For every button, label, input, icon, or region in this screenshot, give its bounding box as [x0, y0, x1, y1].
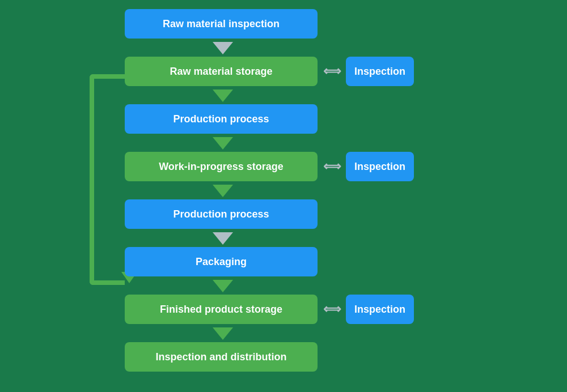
packaging-box: Packaging — [125, 247, 318, 276]
arrow-2 — [213, 90, 233, 102]
inspection-row-1: ⟺ Inspection — [323, 57, 414, 86]
flow-diagram: Raw material inspection Raw material sto… — [40, 9, 527, 383]
arrow-3 — [213, 137, 233, 150]
double-arrow-2: ⟺ — [323, 159, 341, 174]
production-process-1-box: Production process — [125, 104, 318, 134]
inspection-box-3: Inspection — [346, 295, 414, 324]
arrow-4 — [213, 185, 233, 197]
arrow-1 — [213, 42, 233, 54]
inspection-row-3: ⟺ Inspection — [323, 295, 414, 324]
production-process-2-box: Production process — [125, 199, 318, 229]
double-arrow-3: ⟺ — [323, 302, 341, 317]
double-arrow-1: ⟺ — [323, 64, 341, 79]
raw-material-storage-box: Raw material storage — [125, 57, 318, 86]
inspection-distribution-box: Inspection and distribution — [125, 342, 318, 372]
inspection-box-1: Inspection — [346, 57, 414, 86]
inspection-box-2: Inspection — [346, 152, 414, 181]
raw-material-inspection-box: Raw material inspection — [125, 9, 318, 39]
arrow-5 — [213, 232, 233, 245]
arrow-6 — [213, 280, 233, 292]
inspection-row-2: ⟺ Inspection — [323, 152, 414, 181]
loop-bracket — [90, 74, 125, 285]
finished-product-storage-box: Finished product storage — [125, 295, 318, 324]
arrow-7 — [213, 327, 233, 340]
work-in-progress-storage-box: Work-in-progress storage — [125, 152, 318, 181]
